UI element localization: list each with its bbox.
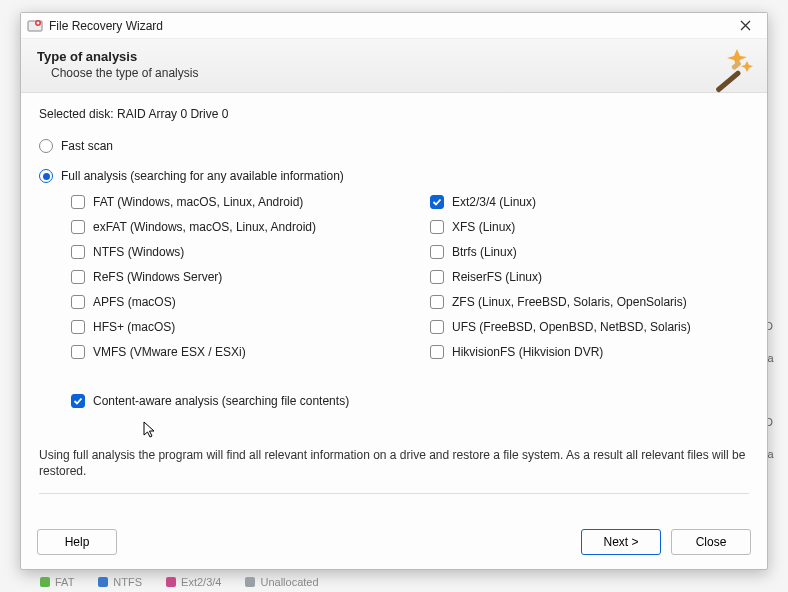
wizard-content: Selected disk: RAID Array 0 Drive 0 Fast… <box>21 93 767 519</box>
checkbox-icon <box>71 345 85 359</box>
checkbox-fs-right-3[interactable]: ReiserFS (Linux) <box>430 270 749 284</box>
radio-icon <box>39 139 53 153</box>
file-recovery-wizard-dialog: File Recovery Wizard Type of analysis Ch… <box>20 12 768 570</box>
checkbox-icon <box>71 195 85 209</box>
radio-icon <box>39 169 53 183</box>
legend-item-2: Ext2/3/4 <box>166 576 221 588</box>
next-button[interactable]: Next > <box>581 529 661 555</box>
radio-label: Fast scan <box>61 139 113 153</box>
legend-swatch <box>245 577 255 587</box>
checkbox-fs-right-4[interactable]: ZFS (Linux, FreeBSD, Solaris, OpenSolari… <box>430 295 749 309</box>
legend-item-1: NTFS <box>98 576 142 588</box>
checkbox-content-aware[interactable]: Content-aware analysis (searching file c… <box>71 394 749 408</box>
titlebar: File Recovery Wizard <box>21 13 767 39</box>
checkbox-label: exFAT (Windows, macOS, Linux, Android) <box>93 220 316 234</box>
legend-label: FAT <box>55 576 74 588</box>
legend-swatch <box>98 577 108 587</box>
legend-swatch <box>166 577 176 587</box>
checkbox-label: Ext2/3/4 (Linux) <box>452 195 536 209</box>
checkbox-icon <box>430 195 444 209</box>
partition-legend: FATNTFSExt2/3/4Unallocated <box>40 576 319 588</box>
header-subtitle: Choose the type of analysis <box>51 66 751 80</box>
checkbox-fs-right-1[interactable]: XFS (Linux) <box>430 220 749 234</box>
filesystem-column-right: Ext2/3/4 (Linux)XFS (Linux)Btrfs (Linux)… <box>430 195 749 370</box>
legend-item-0: FAT <box>40 576 74 588</box>
checkbox-icon <box>430 320 444 334</box>
divider <box>39 493 749 494</box>
wizard-header: Type of analysis Choose the type of anal… <box>21 39 767 93</box>
checkbox-fs-left-1[interactable]: exFAT (Windows, macOS, Linux, Android) <box>71 220 390 234</box>
radio-label: Full analysis (searching for any availab… <box>61 169 344 183</box>
checkbox-fs-left-6[interactable]: VMFS (VMware ESX / ESXi) <box>71 345 390 359</box>
wizard-footer: Help Next > Close <box>21 519 767 569</box>
checkbox-label: HFS+ (macOS) <box>93 320 175 334</box>
filesystem-grid: FAT (Windows, macOS, Linux, Android)exFA… <box>71 195 749 370</box>
radio-full-analysis[interactable]: Full analysis (searching for any availab… <box>39 169 749 183</box>
checkbox-label: FAT (Windows, macOS, Linux, Android) <box>93 195 303 209</box>
checkbox-fs-left-3[interactable]: ReFS (Windows Server) <box>71 270 390 284</box>
checkbox-fs-left-5[interactable]: HFS+ (macOS) <box>71 320 390 334</box>
checkbox-icon <box>71 220 85 234</box>
legend-label: NTFS <box>113 576 142 588</box>
checkbox-icon <box>71 245 85 259</box>
content-aware-row: Content-aware analysis (searching file c… <box>71 394 749 419</box>
checkbox-fs-left-0[interactable]: FAT (Windows, macOS, Linux, Android) <box>71 195 390 209</box>
checkbox-label: NTFS (Windows) <box>93 245 184 259</box>
checkbox-label: XFS (Linux) <box>452 220 515 234</box>
help-button[interactable]: Help <box>37 529 117 555</box>
checkbox-label: ReFS (Windows Server) <box>93 270 222 284</box>
filesystem-column-left: FAT (Windows, macOS, Linux, Android)exFA… <box>71 195 390 370</box>
app-icon <box>27 18 43 34</box>
checkbox-icon <box>430 345 444 359</box>
legend-label: Unallocated <box>260 576 318 588</box>
close-button-footer[interactable]: Close <box>671 529 751 555</box>
checkbox-label: UFS (FreeBSD, OpenBSD, NetBSD, Solaris) <box>452 320 691 334</box>
checkbox-label: Content-aware analysis (searching file c… <box>93 394 349 408</box>
close-button[interactable] <box>729 15 761 37</box>
header-title: Type of analysis <box>37 49 751 64</box>
checkbox-icon <box>71 320 85 334</box>
checkbox-icon <box>71 270 85 284</box>
selected-disk-label: Selected disk: RAID Array 0 Drive 0 <box>39 107 749 121</box>
checkbox-icon <box>430 220 444 234</box>
checkbox-icon <box>71 394 85 408</box>
checkbox-fs-right-6[interactable]: HikvisionFS (Hikvision DVR) <box>430 345 749 359</box>
checkbox-fs-right-5[interactable]: UFS (FreeBSD, OpenBSD, NetBSD, Solaris) <box>430 320 749 334</box>
description-text: Using full analysis the program will fin… <box>39 447 749 479</box>
legend-item-3: Unallocated <box>245 576 318 588</box>
checkbox-label: APFS (macOS) <box>93 295 176 309</box>
checkbox-fs-left-4[interactable]: APFS (macOS) <box>71 295 390 309</box>
checkbox-label: HikvisionFS (Hikvision DVR) <box>452 345 603 359</box>
checkbox-fs-left-2[interactable]: NTFS (Windows) <box>71 245 390 259</box>
wizard-wand-icon <box>707 45 755 93</box>
checkbox-label: ReiserFS (Linux) <box>452 270 542 284</box>
checkbox-icon <box>71 295 85 309</box>
checkbox-fs-right-2[interactable]: Btrfs (Linux) <box>430 245 749 259</box>
radio-fast-scan[interactable]: Fast scan <box>39 139 749 153</box>
checkbox-label: ZFS (Linux, FreeBSD, Solaris, OpenSolari… <box>452 295 687 309</box>
checkbox-icon <box>430 270 444 284</box>
checkbox-icon <box>430 245 444 259</box>
legend-label: Ext2/3/4 <box>181 576 221 588</box>
checkbox-label: Btrfs (Linux) <box>452 245 517 259</box>
svg-rect-5 <box>715 70 741 93</box>
checkbox-fs-right-0[interactable]: Ext2/3/4 (Linux) <box>430 195 749 209</box>
legend-swatch <box>40 577 50 587</box>
checkbox-label: VMFS (VMware ESX / ESXi) <box>93 345 246 359</box>
window-title: File Recovery Wizard <box>49 19 163 33</box>
checkbox-icon <box>430 295 444 309</box>
svg-marker-4 <box>741 61 753 72</box>
